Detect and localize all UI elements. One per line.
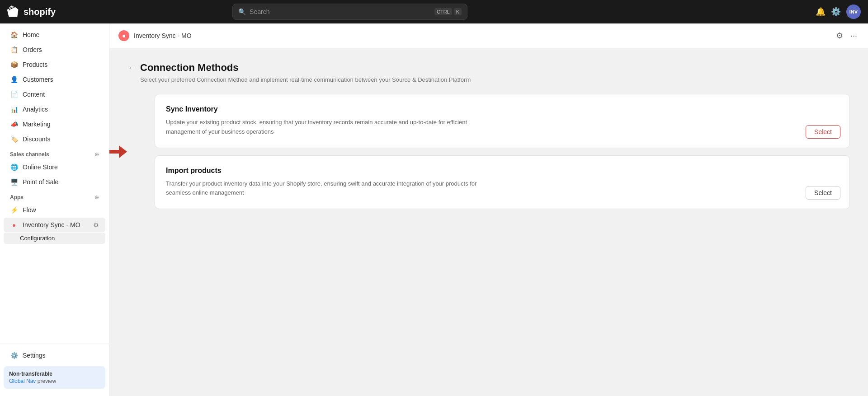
sidebar-label-configuration: Configuration: [20, 235, 55, 242]
content-icon: 📄: [10, 90, 18, 98]
back-button[interactable]: ←: [127, 63, 136, 73]
k-key: K: [454, 8, 462, 15]
settings-breadcrumb-button[interactable]: ⚙: [834, 29, 845, 42]
breadcrumb-actions: ⚙ ···: [834, 29, 859, 42]
sidebar-label-analytics: Analytics: [23, 106, 48, 113]
ctrl-key: CTRL: [434, 8, 452, 15]
topbar: shopify 🔍 Search CTRL K 🔔 ⚙️ INV: [0, 0, 868, 23]
sidebar-bottom: ⚙️ Settings Non-transferable Global Nav …: [0, 344, 109, 396]
cards-container: Sync Inventory Update your existing prod…: [127, 94, 850, 209]
topbar-right: 🔔 ⚙️ INV: [816, 5, 861, 19]
sidebar-item-point-of-sale[interactable]: 🖥️ Point of Sale: [4, 175, 105, 189]
search-bar[interactable]: 🔍 Search CTRL K: [232, 4, 467, 20]
analytics-icon: 📊: [10, 105, 18, 113]
customers-icon: 👤: [10, 75, 18, 84]
flow-icon: ⚡: [10, 206, 18, 214]
home-icon: 🏠: [10, 31, 18, 39]
page-header-top: ← Connection Methods: [127, 62, 850, 74]
apps-section: Apps ⊕: [4, 190, 105, 202]
avatar[interactable]: INV: [846, 5, 861, 19]
card-sync-inventory-desc: Update your existing product stock, ensu…: [166, 118, 482, 137]
sidebar-item-analytics[interactable]: 📊 Analytics: [4, 102, 105, 116]
page-header: ← Connection Methods Select your preferr…: [127, 62, 850, 83]
products-icon: 📦: [10, 61, 18, 69]
sidebar-label-content: Content: [23, 91, 45, 98]
marketing-icon: 📣: [10, 120, 18, 128]
inventory-sync-icon: ●: [10, 221, 18, 229]
card-import-products-title: Import products: [166, 167, 839, 175]
card-import-products-desc: Transfer your product inventory data int…: [166, 179, 482, 198]
inventory-sync-settings-icon[interactable]: ⚙: [93, 221, 99, 228]
sidebar: 🏠 Home 📋 Orders 📦 Products 👤 Customers 📄…: [0, 23, 109, 396]
sidebar-label-customers: Customers: [23, 76, 53, 83]
non-transferable-banner: Non-transferable Global Nav preview: [4, 366, 105, 389]
settings-topbar-button[interactable]: ⚙️: [831, 7, 841, 17]
sidebar-label-orders: Orders: [23, 46, 42, 53]
sidebar-label-point-of-sale: Point of Sale: [23, 178, 58, 186]
card-import-products: Import products Transfer your product in…: [155, 155, 850, 210]
logo-text: shopify: [24, 7, 56, 17]
content-area: ← Connection Methods Select your preferr…: [109, 48, 868, 396]
card-sync-inventory: Sync Inventory Update your existing prod…: [155, 94, 850, 148]
sidebar-item-discounts[interactable]: 🏷️ Discounts: [4, 132, 105, 146]
non-transferable-text: Non-transferable: [9, 371, 100, 377]
global-nav-link[interactable]: Global Nav: [9, 378, 36, 384]
sidebar-item-inventory-sync[interactable]: ● Inventory Sync - MO ⚙: [4, 218, 105, 232]
sidebar-item-flow[interactable]: ⚡ Flow: [4, 203, 105, 217]
sidebar-nav: 🏠 Home 📋 Orders 📦 Products 👤 Customers 📄…: [0, 23, 109, 344]
sidebar-item-marketing[interactable]: 📣 Marketing: [4, 117, 105, 131]
main-layout: 🏠 Home 📋 Orders 📦 Products 👤 Customers 📄…: [0, 23, 868, 396]
card-sync-inventory-title: Sync Inventory: [166, 105, 839, 113]
sidebar-item-orders[interactable]: 📋 Orders: [4, 42, 105, 57]
sales-channels-expand[interactable]: ⊕: [94, 151, 99, 158]
card-import-products-select-button[interactable]: Select: [806, 186, 840, 200]
breadcrumb-bar: ● Inventory Sync - MO ⚙ ···: [109, 23, 868, 48]
sidebar-sub-configuration[interactable]: Configuration: [4, 233, 105, 244]
apps-expand[interactable]: ⊕: [94, 194, 99, 200]
sidebar-item-online-store[interactable]: 🌐 Online Store: [4, 160, 105, 174]
sidebar-item-customers[interactable]: 👤 Customers: [4, 72, 105, 87]
apps-label: Apps: [10, 194, 24, 200]
arrow-body: [109, 150, 119, 154]
breadcrumb-app-icon: ●: [118, 30, 129, 41]
point-of-sale-icon: 🖥️: [10, 178, 18, 186]
page-title: Connection Methods: [140, 62, 239, 74]
sales-channels-label: Sales channels: [10, 151, 49, 158]
sidebar-label-settings: Settings: [23, 352, 46, 359]
sidebar-label-online-store: Online Store: [23, 163, 58, 171]
orders-icon: 📋: [10, 46, 18, 54]
preview-text: preview: [38, 378, 56, 384]
more-options-button[interactable]: ···: [849, 29, 859, 42]
sidebar-item-products[interactable]: 📦 Products: [4, 57, 105, 72]
search-placeholder: Search: [250, 8, 269, 15]
sidebar-label-inventory-sync: Inventory Sync - MO: [23, 221, 80, 228]
sidebar-label-marketing: Marketing: [23, 121, 50, 128]
sidebar-label-products: Products: [23, 61, 47, 68]
sidebar-item-settings[interactable]: ⚙️ Settings: [4, 348, 105, 363]
sidebar-label-home: Home: [23, 31, 39, 38]
notification-button[interactable]: 🔔: [816, 7, 826, 17]
sidebar-item-home[interactable]: 🏠 Home: [4, 28, 105, 42]
arrow-head: [119, 145, 127, 158]
card-sync-inventory-select-button[interactable]: Select: [806, 125, 840, 139]
red-arrow-annotation: [109, 145, 127, 158]
breadcrumb-title: Inventory Sync - MO: [134, 32, 192, 39]
settings-icon: ⚙️: [10, 351, 18, 359]
logo[interactable]: shopify: [7, 5, 56, 18]
page-subtitle: Select your preferred Connection Method …: [140, 76, 850, 83]
online-store-icon: 🌐: [10, 163, 18, 171]
search-icon: 🔍: [238, 8, 246, 15]
sidebar-label-discounts: Discounts: [23, 135, 50, 143]
search-keyboard-shortcut: CTRL K: [434, 8, 462, 15]
sales-channels-section: Sales channels ⊕: [4, 147, 105, 159]
sidebar-label-flow: Flow: [23, 206, 36, 214]
discounts-icon: 🏷️: [10, 135, 18, 143]
sidebar-item-content[interactable]: 📄 Content: [4, 87, 105, 102]
